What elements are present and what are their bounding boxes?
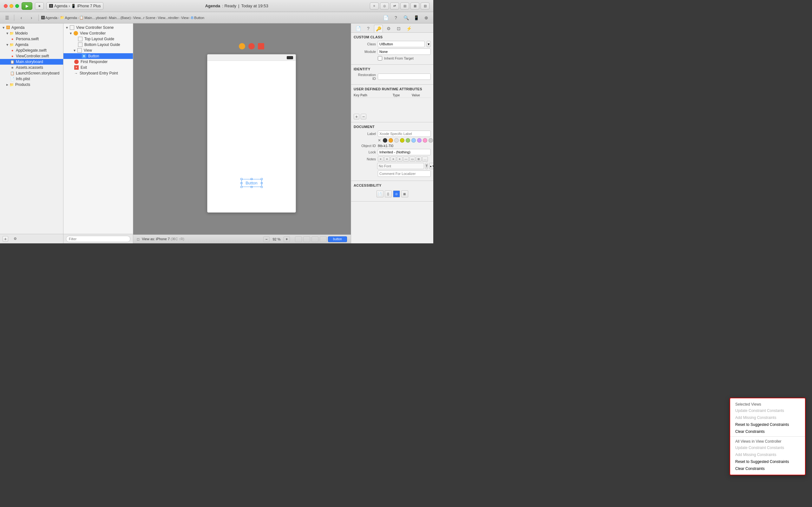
- add-file-button[interactable]: +: [3, 236, 8, 242]
- breadcrumb-item-button[interactable]: B Button: [191, 16, 204, 20]
- layout-btn-4[interactable]: ▤: [400, 3, 409, 9]
- class-pick-btn[interactable]: ▼: [426, 41, 431, 47]
- acc-tab-1[interactable]: 📄: [376, 190, 384, 198]
- plus-btn[interactable]: ⊕: [422, 14, 431, 21]
- scheme-selector[interactable]: 🅰 Agenda › 📱 iPhone 7 Plus: [46, 2, 103, 10]
- notes-align-left[interactable]: ≡: [378, 157, 384, 162]
- scene-item-exit[interactable]: ✕ Exit: [63, 65, 133, 70]
- font-field[interactable]: [377, 163, 424, 169]
- scene-item-storyboard-entry[interactable]: → Storyboard Entry Point: [63, 70, 133, 76]
- filter-input[interactable]: [66, 236, 131, 242]
- breadcrumb-item-vc[interactable]: View...ntroller: [158, 16, 179, 20]
- tab-identity[interactable]: 🔑: [374, 25, 383, 32]
- remove-attribute-button[interactable]: −: [361, 114, 366, 119]
- fullscreen-button[interactable]: [15, 4, 19, 8]
- color-dot-purple[interactable]: [417, 138, 421, 143]
- color-dot-blue[interactable]: [411, 138, 416, 143]
- back-button[interactable]: ‹: [17, 14, 26, 21]
- layout-btn-5[interactable]: ▦: [410, 3, 419, 9]
- file-item-products[interactable]: ▶ 📁 Products: [0, 82, 63, 88]
- add-attribute-button[interactable]: +: [354, 114, 359, 119]
- layout-btn-3[interactable]: ⇄: [390, 3, 399, 9]
- notes-align-right[interactable]: ≡: [391, 157, 396, 162]
- color-dot-black[interactable]: [383, 138, 387, 143]
- module-select[interactable]: None: [378, 49, 431, 55]
- class-field[interactable]: [378, 41, 425, 47]
- font-type-btn[interactable]: T: [425, 163, 428, 169]
- file-item-agenda-group[interactable]: ▶ 📁 Agenda: [0, 42, 63, 48]
- breadcrumb-item-agenda2[interactable]: 📁 Agenda: [60, 15, 77, 20]
- notes-dash[interactable]: —: [403, 157, 409, 162]
- color-dot-gray[interactable]: [394, 138, 399, 143]
- file-item-main-storyboard[interactable]: 📋 Main.storyboard: [0, 59, 63, 65]
- file-item-persona[interactable]: ● Persona.swift: [0, 36, 63, 42]
- close-button[interactable]: [4, 4, 8, 8]
- layout-btn-1[interactable]: ≡: [370, 3, 379, 9]
- color-dot-green[interactable]: [406, 138, 410, 143]
- color-dot-light-gray[interactable]: [428, 138, 433, 143]
- layout-btn-6[interactable]: ▧: [420, 3, 429, 9]
- tab-quick-help[interactable]: ?: [364, 25, 373, 32]
- breadcrumb-item-agenda[interactable]: 🅰 Agenda: [41, 16, 57, 20]
- zoom-out-button[interactable]: −: [263, 236, 270, 242]
- zoom-in-button[interactable]: +: [284, 236, 290, 242]
- scene-item-view[interactable]: ▶ View: [63, 48, 133, 53]
- notes-align-center[interactable]: ≡: [384, 157, 390, 162]
- inherit-checkbox[interactable]: [378, 56, 382, 60]
- file-item-agenda-root[interactable]: ▶ 🅰 Agenda: [0, 25, 63, 31]
- acc-tab-2[interactable]: {}: [385, 190, 392, 198]
- scene-item-vc[interactable]: ▶ View Controller: [63, 31, 133, 36]
- breadcrumb-item-view[interactable]: View: [181, 16, 189, 20]
- canvas-btn-4[interactable]: [320, 236, 327, 242]
- forward-button[interactable]: ›: [27, 14, 36, 21]
- breadcrumb-item-vc-scene[interactable]: View...r Scene: [133, 16, 155, 20]
- color-dot-pink[interactable]: [423, 138, 427, 143]
- label-field[interactable]: [378, 130, 431, 137]
- inspector-toggle[interactable]: 🔍: [402, 14, 410, 21]
- tab-connections[interactable]: ⚡: [404, 25, 413, 32]
- tab-file[interactable]: 📄: [354, 25, 362, 32]
- canvas-btn-2[interactable]: [303, 236, 310, 242]
- quick-help-btn[interactable]: ?: [392, 14, 400, 21]
- tab-size[interactable]: ⊡: [394, 25, 403, 32]
- ios-button-element[interactable]: Button: [241, 179, 262, 187]
- scene-item-top-layout[interactable]: Top Layout Guide: [63, 36, 133, 42]
- scene-item-vc-scene[interactable]: ▶ View Controller Scene: [63, 25, 133, 31]
- scene-item-bottom-layout[interactable]: Bottom Layout Guide: [63, 42, 133, 48]
- tab-attributes[interactable]: ⚙: [384, 25, 393, 32]
- notes-border[interactable]: ▭: [409, 157, 415, 162]
- file-item-info-plist[interactable]: 📄 Info.plist: [0, 76, 63, 82]
- notes-align-justify[interactable]: ≡: [397, 157, 403, 162]
- nav-filter-btn[interactable]: ⚙: [11, 235, 20, 243]
- comment-field[interactable]: [378, 170, 431, 177]
- device-btn[interactable]: 📱: [412, 14, 420, 21]
- breadcrumb-item-main-base[interactable]: Main....(Base): [109, 16, 131, 20]
- file-item-assets[interactable]: ■ Assets.xcassets: [0, 65, 63, 70]
- restoration-id-field[interactable]: [378, 73, 431, 80]
- run-button[interactable]: ▶: [21, 2, 32, 10]
- color-dot-yellow[interactable]: [400, 138, 404, 143]
- font-size-btn[interactable]: ▲▼: [429, 163, 433, 169]
- breadcrumb-item-main-storyboard[interactable]: 📋 Main....yboard: [79, 15, 107, 20]
- color-dot-orange[interactable]: [389, 138, 393, 143]
- file-item-launch-screen[interactable]: 📋 LaunchScreen.storyboard: [0, 70, 63, 76]
- lock-select[interactable]: Inherited - (Nothing): [378, 149, 431, 155]
- minimize-button[interactable]: [9, 4, 13, 8]
- notes-more[interactable]: …: [422, 157, 428, 162]
- notes-table[interactable]: ⊞: [416, 157, 421, 162]
- canvas-btn-3[interactable]: [311, 236, 318, 242]
- file-item-modelo[interactable]: ▶ 📁 Modelo: [0, 31, 63, 36]
- scene-item-button[interactable]: B Button: [63, 53, 133, 59]
- color-x-btn[interactable]: ✕: [378, 138, 381, 143]
- nav-sidebar-toggle[interactable]: ☰: [3, 14, 11, 21]
- file-item-viewcontroller[interactable]: ● ViewController.swift: [0, 53, 63, 59]
- canvas-btn-1[interactable]: [295, 236, 302, 242]
- acc-tab-3[interactable]: ◎: [393, 190, 400, 198]
- scene-item-first-responder[interactable]: First Responder: [63, 59, 133, 65]
- stop-button[interactable]: ■: [35, 2, 44, 10]
- layout-btn-2[interactable]: ◎: [380, 3, 389, 9]
- file-item-appdelegate[interactable]: ● AppDelegate.swift: [0, 48, 63, 53]
- button-label-btn[interactable]: button: [328, 236, 347, 242]
- file-inspector-btn[interactable]: 📄: [381, 14, 390, 21]
- acc-tab-4[interactable]: ▦: [401, 190, 408, 198]
